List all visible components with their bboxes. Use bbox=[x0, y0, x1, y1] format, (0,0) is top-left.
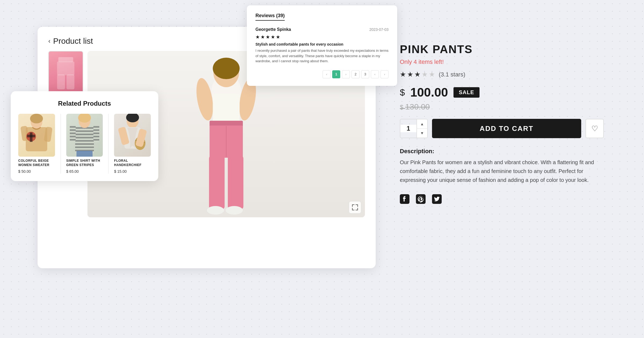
related-product-2-price: $ 65.00 bbox=[66, 169, 103, 174]
svg-rect-31 bbox=[75, 134, 94, 135]
review-title: Stylish and comfortable pants for every … bbox=[255, 42, 389, 46]
pagination-page-2[interactable]: 2 bbox=[352, 70, 360, 78]
review-star-1: ★ bbox=[255, 34, 260, 40]
related-product-1[interactable]: COLORFUL BEIGE WOMEN SWEATER $ 50.00 bbox=[18, 114, 55, 174]
related-product-2-name: SIMPLE SHIRT WITH GREEN STRIPES bbox=[66, 159, 103, 167]
review-item-1: Georgette Spinka 2023-07-03 ★ ★ ★ ★ ★ St… bbox=[255, 27, 389, 64]
related-product-1-image bbox=[18, 114, 55, 157]
pagination-next-small[interactable]: › bbox=[342, 70, 350, 78]
facebook-icon[interactable] bbox=[400, 194, 409, 206]
review-date: 2023-07-03 bbox=[369, 27, 389, 32]
svg-rect-18 bbox=[416, 194, 426, 204]
pagination-page-1[interactable]: 1 bbox=[332, 70, 340, 78]
review-star-4: ★ bbox=[271, 34, 275, 40]
svg-rect-32 bbox=[75, 137, 94, 138]
twitter-icon[interactable] bbox=[432, 194, 442, 206]
thumbnail-1[interactable] bbox=[48, 51, 83, 95]
related-products-card: Related Products bbox=[11, 91, 158, 181]
quantity-box: ▲ ▼ bbox=[400, 119, 428, 138]
svg-rect-33 bbox=[75, 140, 94, 142]
pagination-prev[interactable]: ‹ bbox=[323, 70, 331, 78]
related-product-1-price: $ 50.00 bbox=[18, 169, 55, 174]
stock-warning: Only 4 items left! bbox=[400, 58, 604, 65]
svg-rect-3 bbox=[67, 74, 75, 89]
review-header: Georgette Spinka 2023-07-03 bbox=[255, 27, 389, 32]
svg-rect-38 bbox=[70, 126, 76, 128]
price-row: $ 100.00 SALE bbox=[400, 85, 604, 100]
related-product-2[interactable]: SIMPLE SHIRT WITH GREEN STRIPES $ 65.00 bbox=[66, 114, 103, 174]
add-to-cart-row: ▲ ▼ ADD TO CART ♡ bbox=[400, 119, 604, 138]
svg-rect-13 bbox=[228, 156, 243, 209]
svg-point-5 bbox=[194, 77, 216, 122]
original-price: $ 130.00 bbox=[400, 102, 604, 111]
svg-point-27 bbox=[30, 114, 43, 123]
star-1: ★ bbox=[400, 70, 406, 79]
svg-rect-30 bbox=[75, 130, 94, 132]
rating-row: ★ ★ ★ ★ ★ (3.1 stars) bbox=[400, 70, 604, 79]
svg-rect-42 bbox=[70, 139, 76, 141]
review-body: I recently purchased a pair of pants tha… bbox=[255, 48, 389, 64]
pinterest-icon[interactable] bbox=[416, 194, 426, 206]
pagination-next[interactable]: › bbox=[380, 70, 389, 78]
review-star-5: ★ bbox=[276, 34, 280, 40]
back-arrow-icon: ‹ bbox=[48, 37, 50, 45]
price-symbol: $ bbox=[400, 87, 405, 98]
expand-icon bbox=[352, 204, 358, 210]
review-star-3: ★ bbox=[266, 34, 270, 40]
svg-rect-34 bbox=[75, 143, 94, 145]
related-products-grid: COLORFUL BEIGE WOMEN SWEATER $ 50.00 bbox=[18, 114, 151, 174]
review-star-2: ★ bbox=[261, 34, 265, 40]
rating-text: (3.1 stars) bbox=[439, 71, 465, 78]
quantity-increment[interactable]: ▲ bbox=[417, 119, 427, 129]
social-share-row bbox=[400, 194, 604, 206]
svg-rect-44 bbox=[93, 126, 99, 128]
svg-rect-25 bbox=[27, 135, 35, 137]
pagination-page-3[interactable]: 3 bbox=[361, 70, 369, 78]
star-5: ★ bbox=[429, 70, 435, 79]
reviews-pagination: ‹ 1 › 2 3 ‹ › bbox=[255, 70, 389, 78]
review-stars: ★ ★ ★ ★ ★ bbox=[255, 34, 389, 40]
related-product-2-image bbox=[66, 114, 103, 157]
price-amount: 100.00 bbox=[410, 85, 448, 100]
svg-point-8 bbox=[213, 58, 240, 79]
svg-rect-49 bbox=[76, 151, 93, 157]
svg-rect-48 bbox=[93, 139, 99, 141]
svg-rect-47 bbox=[93, 136, 99, 137]
expand-button[interactable] bbox=[349, 201, 361, 214]
svg-rect-46 bbox=[93, 133, 99, 134]
svg-rect-1 bbox=[57, 61, 75, 75]
description-text: Our Pink Pants for women are a stylish a… bbox=[400, 158, 604, 185]
star-2: ★ bbox=[407, 70, 413, 79]
related-products-title: Related Products bbox=[18, 100, 151, 107]
quantity-arrows: ▲ ▼ bbox=[416, 119, 427, 138]
svg-rect-0 bbox=[58, 57, 73, 62]
pagination-prev-2[interactable]: ‹ bbox=[371, 70, 379, 78]
handkerchief-illustration bbox=[116, 114, 149, 157]
related-divider-2 bbox=[108, 114, 109, 174]
svg-rect-2 bbox=[57, 74, 65, 89]
heart-icon: ♡ bbox=[591, 124, 598, 133]
quantity-input[interactable] bbox=[400, 125, 416, 132]
product-info-panel: PINK PANTS Only 4 items left! ★ ★ ★ ★ ★ … bbox=[386, 27, 617, 222]
reviews-card: Reviews (39) Georgette Spinka 2023-07-03… bbox=[247, 5, 397, 86]
reviews-tab[interactable]: Reviews (39) bbox=[255, 13, 285, 21]
star-3: ★ bbox=[414, 70, 420, 79]
wishlist-button[interactable]: ♡ bbox=[586, 119, 604, 138]
shirt-illustration bbox=[68, 114, 101, 157]
product-name: PINK PANTS bbox=[400, 43, 604, 56]
related-product-3[interactable]: FLORAL HANDKERCHIEF $ 15.00 bbox=[114, 114, 151, 174]
star-rating: ★ ★ ★ ★ ★ bbox=[400, 70, 435, 79]
related-product-1-name: COLORFUL BEIGE WOMEN SWEATER bbox=[18, 159, 55, 167]
svg-rect-41 bbox=[70, 136, 76, 137]
related-divider-1 bbox=[60, 114, 61, 174]
thumbnail-pants-svg bbox=[56, 57, 75, 89]
related-product-3-image bbox=[114, 114, 151, 157]
quantity-decrement[interactable]: ▼ bbox=[417, 129, 427, 138]
svg-point-16 bbox=[226, 206, 243, 215]
related-product-3-name: FLORAL HANDKERCHIEF bbox=[114, 159, 151, 167]
product-list-link[interactable]: Product list bbox=[53, 36, 93, 46]
star-4: ★ bbox=[422, 70, 428, 79]
description-title: Description: bbox=[400, 148, 604, 155]
add-to-cart-button[interactable]: ADD TO CART bbox=[432, 119, 581, 138]
sale-badge: SALE bbox=[453, 87, 480, 98]
